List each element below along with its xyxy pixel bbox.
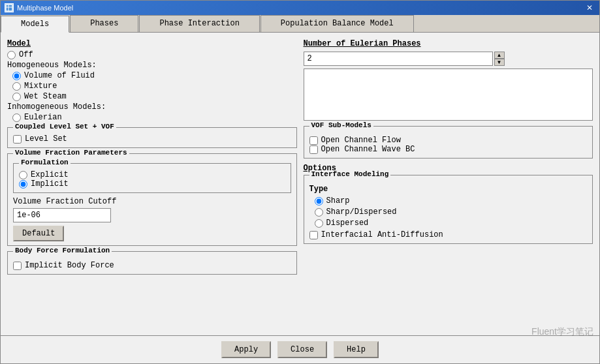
interfacial-anti-diffusion-checkbox[interactable] <box>309 231 318 239</box>
off-radio[interactable] <box>7 51 16 59</box>
volume-fraction-title: Volume Fraction Parameters <box>13 149 129 157</box>
off-radio-item: Off <box>7 50 297 59</box>
vof-submodels-title: VOF Sub-Models <box>309 121 373 129</box>
implicit-body-force-checkbox-item: Implicit Body Force <box>13 261 291 270</box>
off-label: Off <box>19 50 33 59</box>
open-channel-wave-bc-checkbox-item: Open Channel Wave BC <box>309 145 588 154</box>
euler-phases-spinbox-row: ▲ ▼ <box>304 52 593 66</box>
tab-population-balance-model[interactable]: Population Balance Model <box>261 15 414 32</box>
model-section: Model Off Homogeneous Models: Volume of … <box>7 39 297 122</box>
wet-steam-radio-item: Wet Steam <box>12 92 297 101</box>
main-content: Model Off Homogeneous Models: Volume of … <box>1 33 599 335</box>
interfacial-anti-diffusion-label: Interfacial Anti-Diffusion <box>321 230 443 239</box>
inhomogeneous-label: Inhomogeneous Models: <box>7 102 106 112</box>
svg-rect-0 <box>6 5 12 11</box>
wet-steam-radio[interactable] <box>12 93 21 101</box>
mixture-radio[interactable] <box>12 82 21 91</box>
implicit-radio[interactable] <box>19 180 27 189</box>
formulation-group: Formulation Explicit Implicit <box>13 163 291 193</box>
vof-submodels-group: VOF Sub-Models Open Channel Flow Open Ch… <box>304 126 593 159</box>
explicit-radio[interactable] <box>19 171 27 179</box>
vof-radio[interactable] <box>12 72 21 80</box>
multiphase-model-window: Multiphase Model ✕ Models Phases Phase I… <box>0 0 600 364</box>
wet-steam-label: Wet Steam <box>24 92 67 101</box>
default-button[interactable]: Default <box>13 226 64 241</box>
titlebar: Multiphase Model ✕ <box>1 1 599 15</box>
body-force-title: Body Force Formulation <box>13 247 112 254</box>
explicit-radio-item: Explicit <box>19 170 285 179</box>
vf-cutoff-label: Volume Fraction Cutoff <box>13 197 291 206</box>
sharp-dispersed-radio-item: Sharp/Dispersed <box>315 207 588 217</box>
close-button[interactable]: ✕ <box>584 3 595 12</box>
sharp-radio[interactable] <box>315 197 323 205</box>
mixture-label: Mixture <box>24 82 57 91</box>
eulerian-label: Eulerian <box>24 113 62 122</box>
explicit-label: Explicit <box>31 170 69 179</box>
spin-down-button[interactable]: ▼ <box>494 59 505 66</box>
type-label: Type <box>309 185 588 194</box>
inhomogeneous-label-item: Inhomogeneous Models: <box>7 102 297 112</box>
dispersed-radio[interactable] <box>315 219 323 228</box>
left-panel: Model Off Homogeneous Models: Volume of … <box>7 39 297 329</box>
implicit-radio-item: Implicit <box>19 179 285 189</box>
vof-submodels-options: Open Channel Flow Open Channel Wave BC <box>309 136 588 154</box>
euler-phases-title: Number of Eulerian Phases <box>304 39 593 48</box>
open-channel-wave-bc-label: Open Channel Wave BC <box>321 145 415 154</box>
interface-modeling-label: Interface Modeling <box>309 170 391 178</box>
homogeneous-label-item: Homogeneous Models: <box>7 61 297 70</box>
spin-up-button[interactable]: ▲ <box>494 52 505 59</box>
euler-phases-spin-buttons: ▲ ▼ <box>494 52 505 66</box>
vf-cutoff-section: Volume Fraction Cutoff Default <box>13 197 291 241</box>
sharp-radio-item: Sharp <box>315 196 588 205</box>
homogeneous-label: Homogeneous Models: <box>7 61 97 70</box>
open-channel-flow-label: Open Channel Flow <box>321 136 401 145</box>
vof-label: Volume of Fluid <box>24 71 95 80</box>
open-channel-flow-checkbox-item: Open Channel Flow <box>309 136 588 145</box>
dispersed-label: Dispersed <box>326 219 369 228</box>
footer: Apply Close Help <box>1 335 599 363</box>
implicit-body-force-checkbox[interactable] <box>13 262 22 270</box>
app-icon <box>5 3 14 12</box>
tab-phases[interactable]: Phases <box>70 15 138 32</box>
dispersed-radio-item: Dispersed <box>315 219 588 228</box>
mixture-radio-item: Mixture <box>12 82 297 91</box>
implicit-label: Implicit <box>31 179 69 189</box>
level-set-label: Level Set <box>25 134 67 144</box>
level-set-checkbox-item: Level Set <box>13 134 291 144</box>
volume-fraction-group: Volume Fraction Parameters Formulation E… <box>7 153 297 246</box>
interface-modeling-group: Interface Modeling Type Sharp Sharp/Disp… <box>304 175 593 244</box>
eulerian-radio-item: Eulerian <box>12 113 297 122</box>
open-channel-flow-checkbox[interactable] <box>309 136 318 145</box>
model-options: Off Homogeneous Models: Volume of Fluid … <box>7 50 297 122</box>
type-section: Type Sharp Sharp/Dispersed <box>309 185 588 239</box>
open-channel-wave-bc-checkbox[interactable] <box>309 145 318 154</box>
coupled-level-set-label: Coupled Level Set + VOF <box>13 123 116 130</box>
help-button[interactable]: Help <box>334 341 379 358</box>
euler-phases-section: Number of Eulerian Phases ▲ ▼ <box>304 39 593 121</box>
tab-phase-interaction[interactable]: Phase Interaction <box>139 15 259 32</box>
implicit-body-force-label: Implicit Body Force <box>25 261 114 270</box>
model-title: Model <box>7 39 297 48</box>
tab-bar: Models Phases Phase Interaction Populati… <box>1 15 599 33</box>
formulation-options: Explicit Implicit <box>19 170 285 189</box>
window-title: Multiphase Model <box>17 4 73 12</box>
euler-phases-input[interactable] <box>304 52 493 66</box>
type-radio-group: Sharp Sharp/Dispersed Dispersed <box>309 196 588 228</box>
interfacial-anti-diffusion-checkbox-item: Interfacial Anti-Diffusion <box>309 230 588 239</box>
titlebar-left: Multiphase Model <box>5 3 73 12</box>
close-button-footer[interactable]: Close <box>277 341 327 358</box>
apply-button[interactable]: Apply <box>221 341 271 358</box>
vf-cutoff-input[interactable] <box>13 208 111 222</box>
tab-models[interactable]: Models <box>1 16 69 33</box>
options-section: Options Interface Modeling Type Sharp <box>304 164 593 244</box>
euler-phases-list <box>304 68 593 121</box>
vof-radio-item: Volume of Fluid <box>12 71 297 80</box>
eulerian-radio[interactable] <box>12 114 21 122</box>
sharp-dispersed-radio[interactable] <box>315 208 323 217</box>
right-panel: Number of Eulerian Phases ▲ ▼ VOF Sub-Mo… <box>304 39 593 329</box>
level-set-checkbox[interactable] <box>13 135 22 144</box>
body-force-group: Body Force Formulation Implicit Body For… <box>7 251 297 275</box>
sharp-label: Sharp <box>326 196 350 205</box>
formulation-label: Formulation <box>19 159 71 166</box>
coupled-level-set-group: Coupled Level Set + VOF Level Set <box>7 127 297 148</box>
